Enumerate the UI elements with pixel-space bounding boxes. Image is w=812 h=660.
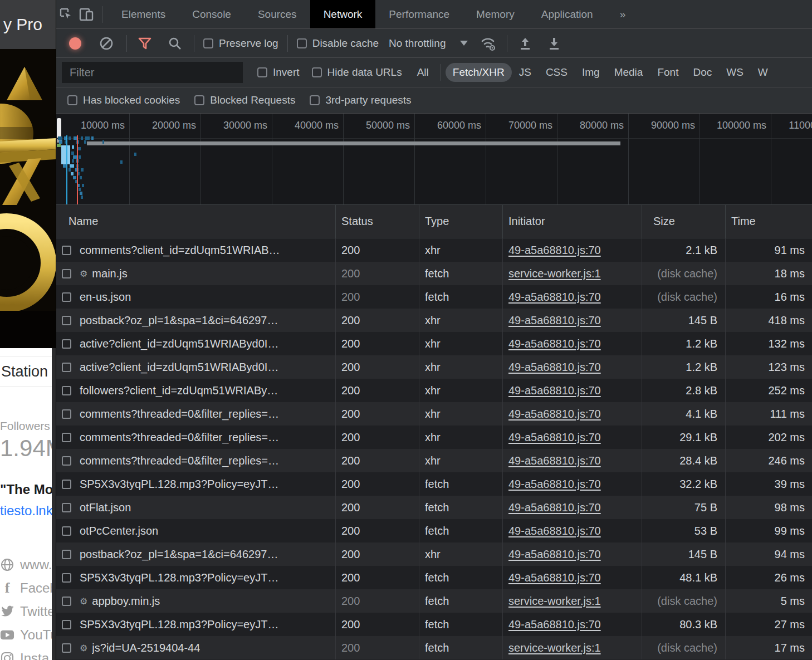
initiator-link[interactable]: 49-a5a68810.js:70 [508,478,601,491]
table-row[interactable]: SP5X3v3tyqPL.128.mp3?Policy=eyJT…200fetc… [56,566,812,589]
inspect-element-icon[interactable] [56,4,76,25]
has-blocked-cookies-checkbox[interactable] [67,95,77,105]
column-header-time[interactable]: Time [726,205,812,238]
row-checkbox[interactable] [62,620,71,629]
table-row[interactable]: ⚙appboy.min.js200fetchservice-worker.js:… [56,589,812,613]
network-overview-timeline[interactable]: 10000 ms20000 ms30000 ms40000 ms50000 ms… [56,114,812,205]
blocked-requests-checkbox[interactable] [194,95,204,105]
search-icon[interactable] [165,33,185,53]
table-row[interactable]: en-us.json200fetch49-a5a68810.js:70(disk… [56,285,812,309]
more-tabs-button[interactable]: » [606,0,639,28]
table-row[interactable]: comments?threaded=0&filter_replies=…200x… [56,402,812,426]
table-row[interactable]: SP5X3v3tyqPL.128.mp3?Policy=eyJT…200fetc… [56,472,812,496]
table-row[interactable]: otFlat.json200fetch49-a5a68810.js:7075 B… [56,496,812,519]
social-link-twitter[interactable]: Twitte [0,600,56,623]
table-row[interactable]: SP5X3v3tyqPL.128.mp3?Policy=eyJT…200fetc… [56,613,812,636]
row-checkbox[interactable] [62,480,71,489]
clear-network-log-icon[interactable] [96,33,116,53]
initiator-link[interactable]: 49-a5a68810.js:70 [508,384,601,397]
column-header-initiator[interactable]: Initiator [503,205,642,238]
device-toolbar-icon[interactable] [76,4,96,25]
row-checkbox[interactable] [62,269,71,278]
-rd-party-requests-checkbox[interactable] [310,95,320,105]
row-checkbox[interactable] [62,363,71,372]
station-section[interactable]: Station [0,356,53,387]
row-checkbox[interactable] [62,409,71,419]
row-checkbox[interactable] [62,643,71,653]
row-checkbox[interactable] [62,433,71,442]
filter-chip-ws[interactable]: WS [719,63,751,82]
filter-chip-doc[interactable]: Doc [686,63,719,82]
hide-data-urls-checkbox[interactable] [312,67,322,77]
tab-network[interactable]: Network [310,0,376,28]
initiator-link[interactable]: 49-a5a68810.js:70 [508,314,601,327]
filter-chip-all[interactable]: All [410,63,436,82]
initiator-link[interactable]: 49-a5a68810.js:70 [508,548,601,561]
tab-memory[interactable]: Memory [463,0,528,28]
initiator-link[interactable]: 49-a5a68810.js:70 [508,244,601,257]
throttling-select[interactable]: No throttling [389,37,468,50]
initiator-link[interactable]: 49-a5a68810.js:70 [508,618,601,631]
filter-input[interactable]: Filter [62,62,243,83]
row-checkbox[interactable] [62,386,71,395]
table-row[interactable]: otPcCenter.json200fetch49-a5a68810.js:70… [56,519,812,542]
import-har-icon[interactable] [515,33,535,53]
social-link-youtube[interactable]: YouTu [0,623,56,647]
export-har-icon[interactable] [544,33,564,53]
social-link-instagram[interactable]: Insta [0,647,56,660]
initiator-link[interactable]: service-worker.js:1 [508,595,601,608]
preserve-log-checkbox[interactable] [203,38,213,48]
tab-performance[interactable]: Performance [375,0,463,28]
filter-chip-media[interactable]: Media [607,63,650,82]
table-row[interactable]: active?client_id=zdUqm51WRIAByd0I…200xhr… [56,332,812,355]
initiator-link[interactable]: 49-a5a68810.js:70 [508,408,601,421]
column-header-name[interactable]: Name [56,205,336,238]
row-checkbox[interactable] [62,597,71,606]
row-checkbox[interactable] [62,292,71,302]
table-row[interactable]: postback?oz_pl=1&spa=1&ci=646297…200xhr4… [56,542,812,566]
initiator-link[interactable]: 49-a5a68810.js:70 [508,361,601,374]
table-row[interactable]: followers?client_id=zdUqm51WRIABy…200xhr… [56,379,812,402]
bio-link[interactable]: tiesto.lnk [0,503,53,519]
column-header-type[interactable]: Type [419,205,503,238]
tab-elements[interactable]: Elements [108,0,179,28]
table-row[interactable]: ⚙js?id=UA-2519404-44200fetchservice-work… [56,636,812,659]
row-checkbox[interactable] [62,456,71,466]
social-link-globe[interactable]: www. [0,553,56,576]
initiator-link[interactable]: 49-a5a68810.js:70 [508,338,601,350]
table-row[interactable]: postback?oz_pl=1&spa=1&ci=646297…200xhr4… [56,309,812,332]
row-checkbox[interactable] [62,339,71,349]
disable-cache-checkbox[interactable] [297,38,307,48]
column-header-status[interactable]: Status [336,205,419,238]
filter-chip-js[interactable]: JS [512,63,539,82]
filter-chip-w[interactable]: W [751,63,775,82]
initiator-link[interactable]: service-worker.js:1 [508,642,601,654]
initiator-link[interactable]: 49-a5a68810.js:70 [508,431,601,444]
filter-chip-img[interactable]: Img [575,63,607,82]
initiator-link[interactable]: service-worker.js:1 [508,267,601,280]
table-row[interactable]: comments?threaded=0&filter_replies=…200x… [56,426,812,449]
initiator-link[interactable]: 49-a5a68810.js:70 [508,571,601,584]
row-checkbox[interactable] [62,316,71,325]
filter-chip-css[interactable]: CSS [539,63,575,82]
invert-checkbox[interactable] [257,67,267,77]
row-checkbox[interactable] [62,246,71,255]
tab-application[interactable]: Application [528,0,606,28]
row-checkbox[interactable] [62,526,71,536]
initiator-link[interactable]: 49-a5a68810.js:70 [508,291,601,304]
initiator-link[interactable]: 49-a5a68810.js:70 [508,525,601,537]
social-link-facebook[interactable]: fFaceb [0,576,56,600]
table-row[interactable]: ⚙main.js200fetchservice-worker.js:1(disk… [56,262,812,285]
column-header-size[interactable]: Size [642,205,726,238]
initiator-link[interactable]: 49-a5a68810.js:70 [508,501,601,514]
network-conditions-icon[interactable] [479,33,499,53]
filter-chip-fetchxhr[interactable]: Fetch/XHR [446,63,512,82]
filter-chip-font[interactable]: Font [650,63,686,82]
row-checkbox[interactable] [62,573,71,583]
record-network-log-icon[interactable] [65,33,85,53]
row-checkbox[interactable] [62,503,71,512]
table-row[interactable]: comments?client_id=zdUqm51WRIAB…200xhr49… [56,238,812,262]
row-checkbox[interactable] [62,550,71,559]
initiator-link[interactable]: 49-a5a68810.js:70 [508,454,601,467]
tab-console[interactable]: Console [179,0,244,28]
